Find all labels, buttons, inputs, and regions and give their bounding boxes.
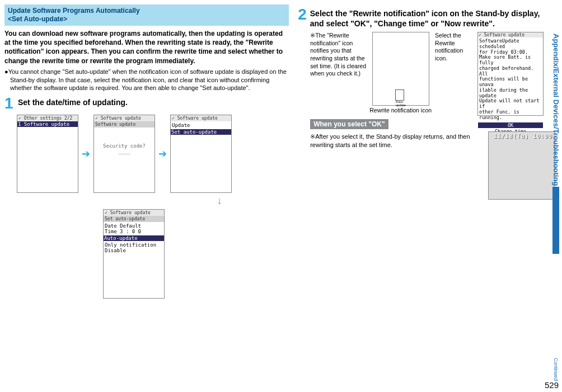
- step-number-1: 1: [4, 96, 15, 111]
- phone-body: Only notification Disable: [104, 241, 164, 254]
- phone-subtitle-bar: Software update: [94, 121, 154, 127]
- phone-screen-update-notice: ✓ Software update SoftwareUpdate schedul…: [477, 32, 544, 116]
- phone-line: Disable: [105, 248, 163, 253]
- standby-caption: Rewrite notification icon: [369, 107, 432, 114]
- standby-screen-ok: 11/18(Tu) 10:00: [488, 131, 555, 200]
- phone-screen-security-code: ✓ Software update Software update Securi…: [93, 115, 155, 193]
- menu-item: Update: [172, 122, 230, 128]
- right-column: 2 Select the "Rewrite notification" icon…: [298, 4, 555, 388]
- ok-softkey: OK: [478, 122, 543, 128]
- step-number-2: 2: [298, 7, 307, 22]
- phone-topbar: ✓ Software update: [478, 32, 543, 37]
- phone-line: Date Default: [105, 223, 163, 229]
- phone-message: SoftwareUpdate scheduled for Friday 03:0…: [478, 37, 543, 121]
- msg-line: ilable during the update: [479, 88, 542, 99]
- phone-topbar: ✓ Software update: [171, 115, 231, 121]
- when-ok-row: ※After you select it, the Stand-by displ…: [310, 131, 555, 200]
- select-icon-label: Select the Rewrite notification icon.: [435, 32, 474, 63]
- note-mark: ※: [310, 32, 315, 39]
- page: Update Software Programs Automatically <…: [0, 0, 562, 392]
- phone-screens-row-2: ✓ Software update Set auto-update Date D…: [103, 209, 289, 299]
- msg-line: charged beforehand. All: [479, 66, 542, 77]
- msg-line: functions will be unava: [479, 77, 542, 88]
- page-number: 529: [545, 380, 559, 390]
- note-text: The "Rewrite notification" icon notifies…: [310, 32, 366, 77]
- phone-body: Security code? ____: [94, 127, 154, 155]
- bullet-note: ●You cannot change "Set auto-update" whe…: [4, 68, 289, 93]
- phone-screen-update-menu: ✓ Software update Update Set auto-update: [170, 115, 232, 193]
- section-title: Update Software Programs Automatically <…: [4, 4, 289, 26]
- phone-screens-row-1: ✓ Other settings 2/2 1 Software update ➔…: [17, 115, 289, 193]
- phone-screen-other-settings: ✓ Other settings 2/2 1 Software update: [17, 115, 78, 193]
- msg-line: SoftwareUpdate scheduled: [479, 39, 542, 50]
- note-rewrite-notification: ※The "Rewrite notification" icon notifie…: [310, 32, 366, 78]
- phone-body: Date Default Time 3 : 0 0: [104, 222, 164, 235]
- phone-subtitle-bar: Set auto-update: [104, 216, 164, 222]
- standby-clock: 11/18(Tu) 10:00: [494, 133, 552, 139]
- step-1-text: Set the date/time of updating.: [18, 96, 128, 108]
- phone-selected-row: Auto-update: [104, 235, 164, 241]
- step-2-text: Select the "Rewrite notification" icon o…: [310, 7, 555, 29]
- section-title-line1: Update Software Programs Automatically: [8, 7, 140, 15]
- msg-line: other Func. is running.: [479, 110, 542, 121]
- side-tab-label: Appendix/External Devices/Troubleshootin…: [552, 34, 560, 186]
- when-ok-subtitle: When you select "OK": [310, 119, 388, 129]
- phone-topbar: ✓ Software update: [94, 115, 154, 121]
- right-arrow-icon: ➔: [158, 148, 167, 160]
- msg-line: Make sure Batt. is fully: [479, 55, 542, 66]
- when-ok-note: ※After you select it, the Stand-by displ…: [310, 133, 484, 149]
- right-arrow-icon: ➔: [82, 148, 90, 160]
- phone-selected-row: Set auto-update: [171, 129, 231, 135]
- phone-line: Only notification: [105, 242, 163, 248]
- two-column-layout: Update Software Programs Automatically <…: [4, 4, 555, 388]
- phone-body: Update: [171, 121, 231, 129]
- msg-line: Update will not start if: [479, 98, 542, 110]
- note-mark: ※: [310, 133, 315, 140]
- phone-topbar: ✓ Other settings 2/2: [17, 115, 78, 121]
- phone-screen-set-auto-update: ✓ Software update Set auto-update Date D…: [103, 209, 165, 299]
- step-1: 1 Set the date/time of updating.: [4, 96, 289, 111]
- phone-selected-row: 1 Software update: [17, 121, 78, 127]
- side-tab: Appendix/External Devices/Troubleshootin…: [551, 34, 561, 381]
- rewrite-notification-icon: Auto-update: [395, 89, 404, 101]
- intro-paragraph: You can download new software programs a…: [4, 29, 289, 65]
- side-tab-marker: [552, 187, 559, 254]
- step-2-visual-row: ※The "Rewrite notification" icon notifie…: [310, 32, 555, 116]
- phone-line: Time 3 : 0 0: [105, 229, 163, 234]
- step-2: 2 Select the "Rewrite notification" icon…: [298, 7, 555, 29]
- phone-topbar: ✓ Software update: [104, 210, 164, 216]
- note-text: After you select it, the Stand-by displa…: [310, 133, 470, 148]
- standby-wrapper: Auto-update Rewrite notification icon: [369, 32, 432, 114]
- section-title-line2: <Set Auto-update>: [8, 15, 67, 23]
- left-column: Update Software Programs Automatically <…: [4, 4, 289, 388]
- standby-screen: Auto-update: [372, 32, 429, 106]
- down-arrow-icon: ↓: [150, 195, 289, 207]
- continued-label: Continued: [553, 358, 559, 381]
